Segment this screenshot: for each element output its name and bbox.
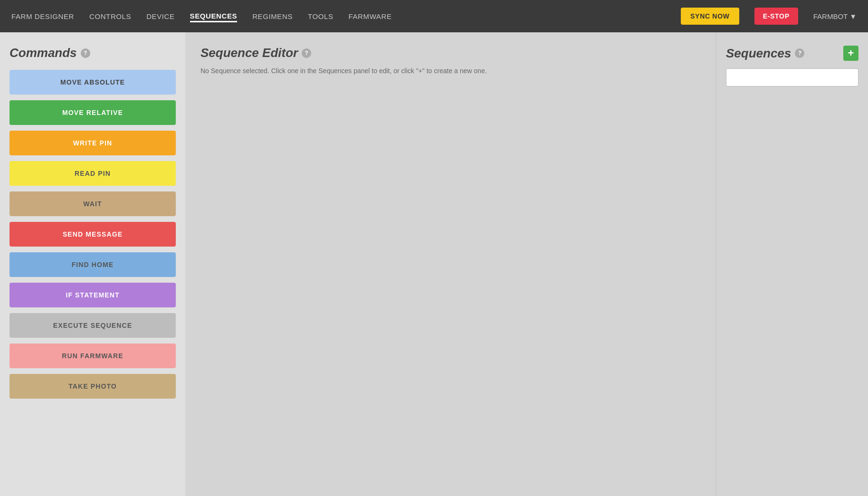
editor-hint: No Sequence selected. Click one in the S…	[200, 67, 701, 75]
sequences-panel: Sequences ? +	[716, 32, 868, 496]
sequences-title-text: Sequences	[726, 46, 791, 61]
sequences-title: Sequences ?	[726, 46, 804, 61]
write-pin-button[interactable]: WRITE PIN	[10, 131, 176, 155]
add-sequence-button[interactable]: +	[843, 46, 858, 61]
farmbot-dropdown[interactable]: FARMBOT ▼	[813, 12, 857, 20]
nav-item-farmware[interactable]: FARMWARE	[349, 10, 392, 22]
execute-sequence-button[interactable]: EXECUTE SEQUENCE	[10, 313, 176, 338]
commands-title-text: Commands	[10, 46, 77, 60]
main-layout: Commands ? MOVE ABSOLUTE MOVE RELATIVE W…	[0, 32, 868, 496]
move-relative-button[interactable]: MOVE RELATIVE	[10, 100, 176, 125]
commands-help-icon[interactable]: ?	[81, 48, 90, 58]
read-pin-button[interactable]: READ PIN	[10, 161, 176, 186]
nav-item-farm-designer[interactable]: FARM DESIGNER	[11, 10, 74, 22]
sequences-help-icon[interactable]: ?	[795, 48, 804, 58]
move-absolute-button[interactable]: MOVE ABSOLUTE	[10, 70, 176, 95]
editor-help-icon[interactable]: ?	[302, 48, 311, 58]
estop-button[interactable]: E-STOP	[754, 8, 798, 25]
commands-title: Commands ?	[10, 46, 176, 60]
take-photo-button[interactable]: TAKE PHOTO	[10, 374, 176, 399]
wait-button[interactable]: WAIT	[10, 191, 176, 216]
nav-item-device[interactable]: DEVICE	[146, 10, 174, 22]
sequence-editor-panel: Sequence Editor ? No Sequence selected. …	[185, 32, 716, 496]
sync-now-button[interactable]: SYNC NOW	[681, 8, 739, 25]
send-message-button[interactable]: SEND MESSAGE	[10, 222, 176, 247]
find-home-button[interactable]: FIND HOME	[10, 252, 176, 277]
editor-title-text: Sequence Editor	[200, 46, 298, 60]
sequence-search-input[interactable]	[726, 68, 858, 86]
editor-title: Sequence Editor ?	[200, 46, 701, 60]
nav-item-tools[interactable]: TOOLS	[308, 10, 334, 22]
commands-panel: Commands ? MOVE ABSOLUTE MOVE RELATIVE W…	[0, 32, 185, 496]
sequences-header: Sequences ? +	[726, 46, 858, 61]
run-farmware-button[interactable]: RUN FARMWARE	[10, 343, 176, 368]
nav-item-regimens[interactable]: REGIMENS	[252, 10, 293, 22]
if-statement-button[interactable]: IF STATEMENT	[10, 283, 176, 307]
nav-item-sequences[interactable]: SEQUENCES	[190, 10, 238, 22]
top-nav: FARM DESIGNER CONTROLS DEVICE SEQUENCES …	[0, 0, 868, 32]
nav-item-controls[interactable]: CONTROLS	[89, 10, 131, 22]
